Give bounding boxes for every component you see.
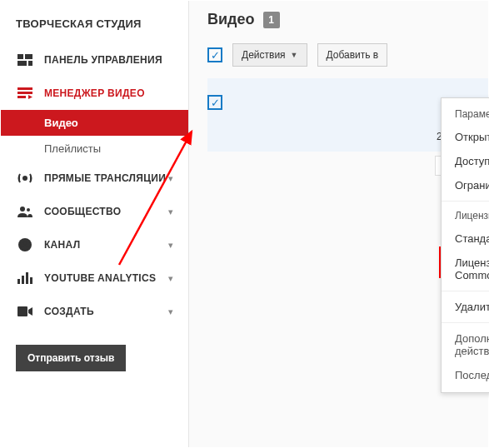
actions-button[interactable]: Действия ▼ [232,43,307,67]
svg-rect-5 [17,92,32,94]
chevron-down-icon: ▾ [168,207,173,217]
svg-rect-14 [26,272,28,284]
dropdown-item-unlisted[interactable]: Доступ по ссылке [442,149,489,173]
nav-label: МЕНЕДЖЕР ВИДЕО [44,87,173,99]
sub-item-videos[interactable]: Видео [1,110,188,136]
dropdown-item-public[interactable]: Открытый доступ [442,125,489,149]
nav-analytics[interactable]: YOUTUBE ANALYTICS ▾ [1,261,188,295]
toolbar: ✓ Действия ▼ Добавить в [207,43,488,67]
dropdown-separator [442,322,489,323]
svg-rect-4 [17,87,32,90]
nav-label: ПАНЕЛЬ УПРАВЛЕНИЯ [44,54,173,66]
live-icon [16,171,34,186]
svg-rect-15 [30,277,32,284]
addto-label: Добавить в [327,49,379,61]
dropdown-separator [442,201,489,202]
dropdown-item-std-license[interactable]: Стандартная лицензия [442,226,489,251]
nav-create[interactable]: СОЗДАТЬ ▾ [1,295,188,328]
chevron-down-icon: ▾ [168,173,173,184]
svg-point-7 [22,176,27,181]
chevron-down-icon: ▾ [168,240,173,251]
check-icon: ✓ [211,97,220,109]
chevron-down-icon: ▾ [168,306,173,317]
video-checkbox[interactable]: ✓ [207,95,222,110]
sub-item-playlists[interactable]: Плейлисты [1,136,188,162]
select-all-checkbox[interactable]: ✓ [207,47,222,62]
dropdown-heading-license: Лицензия [442,205,489,226]
feedback-button[interactable]: Отправить отзыв [16,345,126,371]
svg-rect-1 [25,54,32,59]
svg-rect-13 [22,276,24,284]
video-manager-icon [16,86,34,101]
dropdown-item-cc-license[interactable]: Лицензия Creative Commons [442,251,489,287]
channel-icon [16,237,34,252]
caret-down-icon: ▼ [291,51,298,59]
addto-button[interactable]: Добавить в [317,43,388,67]
dropdown-item-delete[interactable]: Удалить [442,295,489,319]
svg-point-8 [20,207,25,212]
nav-label: YOUTUBE ANALYTICS [44,272,168,284]
main-content: Видео 1 ✓ Действия ▼ Добавить в ✓ 21:06 … [189,1,488,447]
nav-label: СООБЩЕСТВО [44,206,168,217]
check-icon: ✓ [211,49,220,62]
nav-live[interactable]: ПРЯМЫЕ ТРАНСЛЯЦИИ ▾ [1,162,188,195]
dropdown-item-more[interactable]: Дополнительные действия... [442,326,489,363]
svg-point-9 [27,208,30,212]
chevron-down-icon: ▾ [168,273,173,284]
nav-channel[interactable]: КАНАЛ ▾ [1,228,188,261]
svg-rect-6 [17,96,26,98]
svg-rect-3 [28,61,32,66]
nav-label: КАНАЛ [44,239,168,251]
nav-video-manager[interactable]: МЕНЕДЖЕР ВИДЕО [1,77,188,110]
dropdown-heading-access: Параметры доступа [442,103,489,125]
dropdown-separator [442,291,489,291]
dropdown-item-recent[interactable]: Последние действия... [442,363,489,387]
page-title: Видео [207,11,255,28]
svg-point-11 [23,241,27,245]
video-count-badge: 1 [263,12,280,28]
svg-rect-16 [17,306,27,316]
actions-dropdown: Параметры доступа Открытый доступ Доступ… [441,97,489,393]
svg-rect-12 [17,279,20,284]
create-icon [16,304,34,319]
nav-dashboard[interactable]: ПАНЕЛЬ УПРАВЛЕНИЯ [1,43,188,77]
dashboard-icon [16,52,34,67]
dropdown-item-private[interactable]: Ограниченный доступ [442,173,489,197]
analytics-icon [16,271,34,286]
nav-label: СОЗДАТЬ [44,306,168,317]
submenu-video-manager: Видео Плейлисты [1,110,188,162]
svg-rect-0 [17,54,23,59]
svg-rect-2 [17,61,27,66]
nav-label: ПРЯМЫЕ ТРАНСЛЯЦИИ [44,172,168,184]
actions-label: Действия [242,49,286,61]
community-icon [16,204,34,219]
sidebar: ТВОРЧЕСКАЯ СТУДИЯ ПАНЕЛЬ УПРАВЛЕНИЯ МЕНЕ… [1,1,189,447]
nav-community[interactable]: СООБЩЕСТВО ▾ [1,195,188,228]
studio-title: ТВОРЧЕСКАЯ СТУДИЯ [1,12,188,43]
